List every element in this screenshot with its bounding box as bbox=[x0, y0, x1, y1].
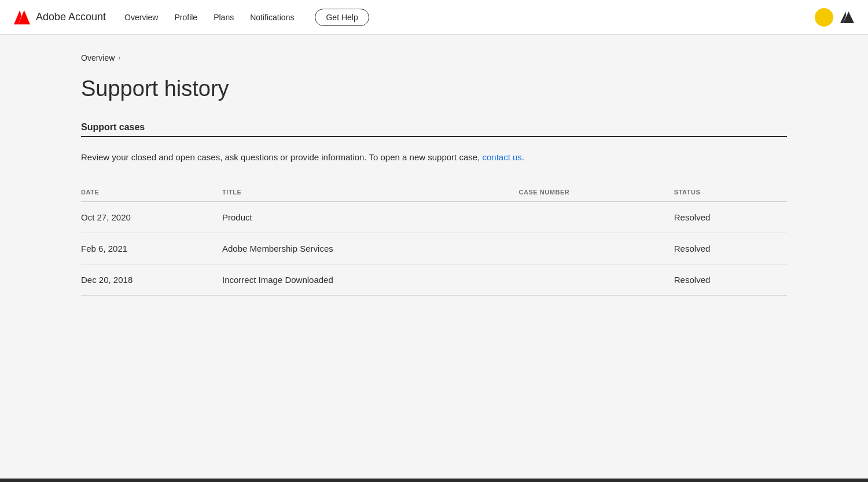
cell-date: Oct 27, 2020 bbox=[81, 201, 222, 233]
top-navigation: Adobe Account Overview Profile Plans Not… bbox=[0, 0, 868, 35]
breadcrumb: Overview › bbox=[81, 53, 787, 62]
nav-notifications[interactable]: Notifications bbox=[250, 13, 294, 22]
cell-date: Feb 6, 2021 bbox=[81, 233, 222, 264]
nav-left: Adobe Account Overview Profile Plans Not… bbox=[14, 9, 369, 26]
cell-status: Resolved bbox=[674, 264, 787, 295]
cell-case-number bbox=[518, 233, 674, 264]
section-description: Review your closed and open cases, ask q… bbox=[81, 151, 787, 164]
main-content: Overview › Support history Support cases… bbox=[35, 35, 833, 330]
cell-status: Resolved bbox=[674, 201, 787, 233]
cell-title: Adobe Membership Services bbox=[222, 233, 518, 264]
col-header-title: TITLE bbox=[222, 183, 518, 202]
cell-title: Incorrect Image Downloaded bbox=[222, 264, 518, 295]
table-header-row: DATE TITLE CASE NUMBER STATUS bbox=[81, 183, 787, 202]
cell-title: Product bbox=[222, 201, 518, 233]
cell-status: Resolved bbox=[674, 233, 787, 264]
cell-case-number bbox=[518, 264, 674, 295]
description-after-link: . bbox=[522, 152, 524, 162]
breadcrumb-separator: › bbox=[118, 54, 120, 62]
col-header-case-number: CASE NUMBER bbox=[518, 183, 674, 202]
brand-name[interactable]: Adobe Account bbox=[36, 11, 106, 23]
description-before-link: Review your closed and open cases, ask q… bbox=[81, 152, 480, 162]
bottom-bar bbox=[0, 479, 868, 482]
support-cases-table: DATE TITLE CASE NUMBER STATUS Oct 27, 20… bbox=[81, 183, 787, 296]
table-row[interactable]: Feb 6, 2021 Adobe Membership Services Re… bbox=[81, 233, 787, 264]
avatar[interactable] bbox=[815, 8, 833, 27]
get-help-button[interactable]: Get Help bbox=[315, 9, 369, 26]
table-row[interactable]: Oct 27, 2020 Product Resolved bbox=[81, 201, 787, 233]
col-header-date: DATE bbox=[81, 183, 222, 202]
section-divider bbox=[81, 136, 787, 137]
nav-overview[interactable]: Overview bbox=[124, 13, 158, 22]
table-row[interactable]: Dec 20, 2018 Incorrect Image Downloaded … bbox=[81, 264, 787, 295]
page-title: Support history bbox=[81, 76, 787, 101]
nav-right bbox=[815, 8, 854, 27]
adobe-apps-icon[interactable] bbox=[840, 10, 854, 24]
nav-profile[interactable]: Profile bbox=[174, 13, 197, 22]
nav-links: Overview Profile Plans Notifications Get… bbox=[124, 9, 369, 26]
col-header-status: STATUS bbox=[674, 183, 787, 202]
cell-date: Dec 20, 2018 bbox=[81, 264, 222, 295]
nav-plans[interactable]: Plans bbox=[214, 13, 234, 22]
adobe-logo-icon[interactable] bbox=[14, 9, 30, 25]
cell-case-number bbox=[518, 201, 674, 233]
section-header: Support cases bbox=[81, 122, 787, 133]
breadcrumb-overview[interactable]: Overview bbox=[81, 53, 115, 62]
contact-us-link[interactable]: contact us bbox=[482, 152, 521, 162]
